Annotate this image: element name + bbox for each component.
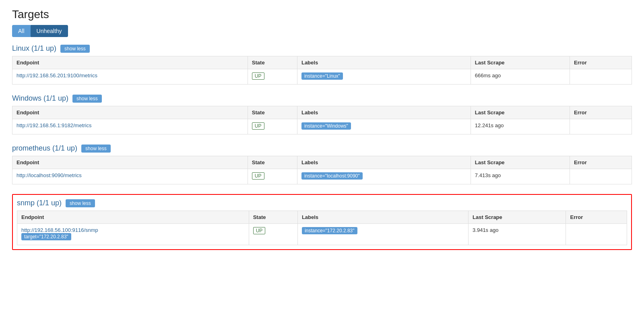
- tab-unhealthy[interactable]: Unhealthy: [31, 25, 68, 37]
- section-header-snmp: snmp (1/1 up)show less: [17, 199, 627, 207]
- table-windows: EndpointStateLabelsLast ScrapeErrorhttp:…: [12, 106, 632, 134]
- state-badge: UP: [252, 72, 264, 80]
- endpoint-link[interactable]: http://192.168.56.201:9100/metrics: [17, 72, 97, 78]
- last-scrape-cell: 12.241s ago: [471, 119, 570, 134]
- section-title-linux: Linux (1/1 up): [12, 44, 56, 53]
- col-header-last_scrape: Last Scrape: [471, 156, 570, 169]
- col-header-endpoint: Endpoint: [12, 56, 248, 69]
- state-badge: UP: [252, 172, 264, 180]
- show-less-button-snmp[interactable]: show less: [66, 199, 95, 207]
- col-header-endpoint: Endpoint: [17, 211, 249, 224]
- state-cell: UP: [248, 119, 297, 134]
- section-title-windows: Windows (1/1 up): [12, 94, 68, 103]
- endpoint-link[interactable]: http://192.168.56.100:9116/snmp: [21, 227, 98, 233]
- endpoint-cell: http://192.168.56.201:9100/metrics: [12, 69, 248, 85]
- labels-cell: instance="172.20.2.83": [297, 224, 468, 245]
- label-badge: instance="172.20.2.83": [302, 227, 357, 234]
- col-header-state: State: [248, 106, 297, 119]
- col-header-labels: Labels: [297, 211, 468, 224]
- section-windows: Windows (1/1 up)show lessEndpointStateLa…: [12, 94, 632, 134]
- endpoint-cell: http://localhost:9090/metrics: [12, 169, 248, 184]
- col-header-last_scrape: Last Scrape: [471, 56, 570, 69]
- labels-cell: instance="Linux": [297, 69, 471, 85]
- col-header-state: State: [248, 56, 297, 69]
- col-header-last_scrape: Last Scrape: [471, 106, 570, 119]
- endpoint-link[interactable]: http://192.168.56.1:9182/metrics: [17, 122, 91, 128]
- error-cell: [570, 169, 632, 184]
- table-linux: EndpointStateLabelsLast ScrapeErrorhttp:…: [12, 56, 632, 85]
- col-header-labels: Labels: [297, 106, 471, 119]
- col-header-error: Error: [570, 56, 632, 69]
- section-header-prometheus: prometheus (1/1 up)show less: [12, 144, 632, 153]
- error-cell: [570, 119, 632, 134]
- endpoint-cell: http://192.168.56.1:9182/metrics: [12, 119, 248, 134]
- section-linux: Linux (1/1 up)show lessEndpointStateLabe…: [12, 44, 632, 85]
- state-cell: UP: [248, 69, 297, 85]
- label-badge: instance="localhost:9090": [301, 172, 363, 180]
- col-header-endpoint: Endpoint: [12, 156, 248, 169]
- col-header-endpoint: Endpoint: [12, 106, 248, 119]
- col-header-labels: Labels: [297, 56, 471, 69]
- table-row: http://localhost:9090/metricsUPinstance=…: [12, 169, 632, 184]
- col-header-last_scrape: Last Scrape: [469, 211, 566, 224]
- col-header-error: Error: [570, 156, 632, 169]
- show-less-button-windows[interactable]: show less: [72, 95, 102, 103]
- col-header-state: State: [249, 211, 297, 224]
- last-scrape-cell: 7.413s ago: [471, 169, 570, 184]
- section-prometheus: prometheus (1/1 up)show lessEndpointStat…: [12, 144, 632, 184]
- section-title-snmp: snmp (1/1 up): [17, 199, 62, 207]
- state-badge: UP: [253, 227, 266, 234]
- table-row: http://192.168.56.1:9182/metricsUPinstan…: [12, 119, 632, 134]
- tab-all[interactable]: All: [12, 25, 31, 37]
- table-row: http://192.168.56.100:9116/snmptarget="1…: [17, 224, 627, 245]
- page-title: Targets: [12, 8, 632, 21]
- col-header-labels: Labels: [297, 156, 471, 169]
- endpoint-cell: http://192.168.56.100:9116/snmptarget="1…: [17, 224, 249, 245]
- tab-bar: All Unhealthy: [12, 25, 632, 37]
- col-header-state: State: [248, 156, 297, 169]
- table-snmp: EndpointStateLabelsLast ScrapeErrorhttp:…: [17, 211, 627, 245]
- labels-cell: instance="localhost:9090": [297, 169, 471, 184]
- state-badge: UP: [252, 122, 264, 130]
- label-badge: instance="Linux": [301, 72, 343, 80]
- endpoint-extra-label: target="172.20.2.83": [21, 233, 71, 240]
- table-prometheus: EndpointStateLabelsLast ScrapeErrorhttp:…: [12, 156, 632, 184]
- last-scrape-cell: 666ms ago: [471, 69, 570, 85]
- col-header-error: Error: [566, 211, 627, 224]
- endpoint-link[interactable]: http://localhost:9090/metrics: [17, 172, 82, 178]
- state-cell: UP: [248, 169, 297, 184]
- sections-container: Linux (1/1 up)show lessEndpointStateLabe…: [12, 44, 632, 250]
- section-snmp: snmp (1/1 up)show lessEndpointStateLabel…: [12, 194, 632, 250]
- label-badge: instance="Windows": [301, 122, 351, 130]
- section-title-prometheus: prometheus (1/1 up): [12, 144, 77, 153]
- error-cell: [570, 69, 632, 85]
- labels-cell: instance="Windows": [297, 119, 471, 134]
- table-row: http://192.168.56.201:9100/metricsUPinst…: [12, 69, 632, 85]
- state-cell: UP: [249, 224, 297, 245]
- show-less-button-prometheus[interactable]: show less: [81, 145, 111, 153]
- section-header-windows: Windows (1/1 up)show less: [12, 94, 632, 103]
- col-header-error: Error: [570, 106, 632, 119]
- last-scrape-cell: 3.941s ago: [469, 224, 566, 245]
- section-header-linux: Linux (1/1 up)show less: [12, 44, 632, 53]
- error-cell: [566, 224, 627, 245]
- show-less-button-linux[interactable]: show less: [60, 45, 90, 53]
